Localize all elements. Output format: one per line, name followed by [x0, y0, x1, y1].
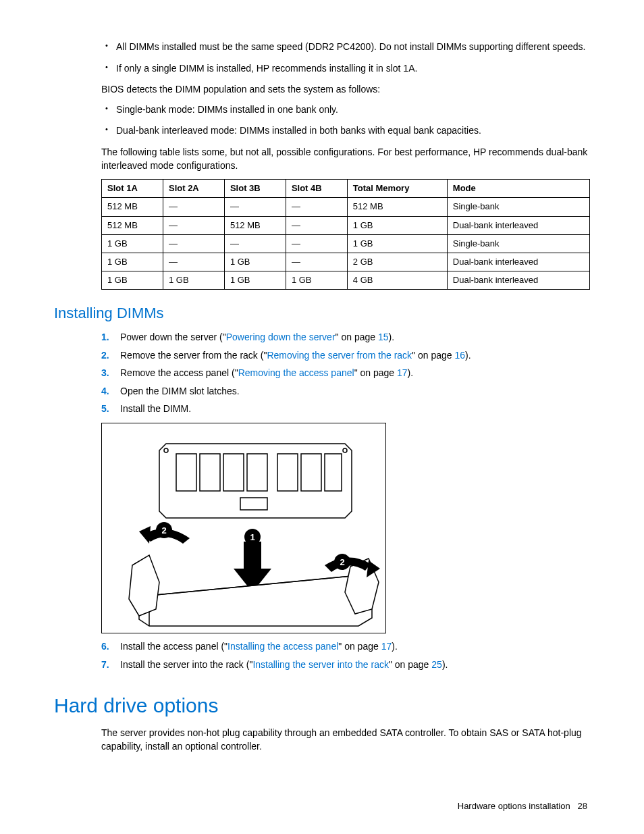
dimm-rules-list: All DIMMs installed must be the same spe… [101, 41, 590, 75]
table-cell: 1 GB [224, 271, 286, 290]
step-item: Power down the server ("Powering down th… [101, 331, 590, 344]
table-cell: Single-bank [447, 198, 589, 216]
svg-rect-6 [301, 454, 321, 491]
table-cell: 1 GB [286, 271, 347, 290]
step-item: Install the server into the rack ("Insta… [101, 658, 590, 672]
table-cell: 512 MB [102, 216, 163, 234]
step-item: Remove the server from the rack ("Removi… [101, 349, 590, 363]
table-row: 1 GB1 GB1 GB1 GB4 GBDual-bank interleave… [102, 271, 590, 290]
step-item: Install the DIMM. [101, 402, 590, 416]
list-item: Single-bank mode: DIMMs installed in one… [101, 103, 590, 117]
install-steps-list-cont: Install the access panel ("Installing th… [101, 640, 590, 671]
table-cell: 1 GB [163, 271, 224, 290]
list-item: If only a single DIMM is installed, HP r… [101, 62, 590, 76]
install-steps-list: Power down the server ("Powering down th… [101, 331, 590, 416]
table-cell: — [224, 234, 286, 253]
bios-paragraph: BIOS detects the DIMM population and set… [101, 83, 590, 97]
table-cell: 4 GB [347, 271, 447, 290]
table-cell: — [224, 198, 286, 216]
svg-rect-4 [247, 454, 267, 491]
table-row: 512 MB———512 MBSingle-bank [102, 198, 590, 216]
table-cell: 1 GB [102, 271, 163, 290]
list-item: Dual-bank interleaved mode: DIMMs instal… [101, 124, 590, 138]
list-item: All DIMMs installed must be the same spe… [101, 41, 590, 54]
cross-ref-link[interactable]: Removing the server from the rack [267, 350, 412, 361]
page-ref-link[interactable]: 25 [431, 659, 442, 670]
svg-point-10 [343, 448, 347, 452]
table-cell: — [163, 198, 224, 216]
table-header: Slot 3B [224, 180, 286, 198]
dimm-config-table: Slot 1ASlot 2ASlot 3BSlot 4BTotal Memory… [101, 179, 590, 290]
svg-rect-11 [244, 542, 261, 569]
install-steps-block: Power down the server ("Powering down th… [101, 331, 590, 671]
table-cell: — [286, 216, 347, 234]
table-cell: — [286, 198, 347, 216]
step-item: Open the DIMM slot latches. [101, 385, 590, 398]
table-cell: 1 GB [224, 253, 286, 271]
table-cell: Single-bank [447, 234, 589, 253]
page-footer: Hardware options installation 28 [54, 800, 590, 812]
table-cell: Dual-bank interleaved [447, 216, 589, 234]
table-row: 1 GB—1 GB—2 GBDual-bank interleaved [102, 253, 590, 271]
table-cell: 1 GB [102, 253, 163, 271]
page-ref-link[interactable]: 17 [381, 641, 392, 652]
table-cell: — [163, 234, 224, 253]
svg-point-9 [164, 448, 168, 452]
table-header: Slot 1A [102, 180, 163, 198]
hdd-block: The server provides non-hot plug capabil… [101, 727, 590, 753]
figure-label-1: 1 [250, 532, 254, 542]
page-ref-link[interactable]: 17 [397, 367, 408, 378]
intro-block: All DIMMs installed must be the same spe… [101, 41, 590, 290]
svg-rect-3 [223, 454, 244, 491]
table-cell: — [163, 253, 224, 271]
hard-drive-options-heading: Hard drive options [54, 692, 590, 720]
hdd-paragraph: The server provides non-hot plug capabil… [101, 727, 590, 753]
page-ref-link[interactable]: 15 [378, 332, 389, 342]
page-ref-link[interactable]: 16 [454, 350, 465, 361]
mode-list: Single-bank mode: DIMMs installed in one… [101, 103, 590, 138]
footer-section-label: Hardware options installation [458, 801, 570, 811]
svg-rect-2 [200, 454, 220, 491]
table-cell: — [286, 234, 347, 253]
cross-ref-link[interactable]: Removing the access panel [238, 367, 354, 378]
table-header: Slot 4B [286, 180, 347, 198]
table-header: Total Memory [347, 180, 447, 198]
table-cell: Dual-bank interleaved [447, 271, 589, 290]
step-item: Install the access panel ("Installing th… [101, 640, 590, 654]
table-cell: 512 MB [347, 198, 447, 216]
figure-label-2b: 2 [340, 557, 344, 567]
table-header: Mode [447, 180, 589, 198]
cross-ref-link[interactable]: Powering down the server [226, 332, 336, 342]
figure-label-2a: 2 [161, 525, 166, 536]
svg-rect-8 [240, 498, 267, 510]
table-header: Slot 2A [163, 180, 224, 198]
cross-ref-link[interactable]: Installing the server into the rack [252, 659, 389, 670]
table-cell: 1 GB [347, 234, 447, 253]
table-cell: — [286, 253, 347, 271]
table-row: 1 GB———1 GBSingle-bank [102, 234, 590, 253]
svg-marker-16 [129, 555, 159, 616]
svg-rect-5 [277, 454, 298, 491]
step-item: Remove the access panel ("Removing the a… [101, 367, 590, 380]
installing-dimms-heading: Installing DIMMs [54, 303, 590, 324]
dimm-install-figure: 1 2 2 [101, 423, 386, 633]
table-cell: Dual-bank interleaved [447, 253, 589, 271]
footer-page-number: 28 [578, 801, 587, 811]
svg-rect-1 [176, 454, 196, 491]
table-intro-paragraph: The following table lists some, but not … [101, 146, 590, 172]
cross-ref-link[interactable]: Installing the access panel [227, 641, 338, 652]
table-cell: 2 GB [347, 253, 447, 271]
table-cell: — [163, 216, 224, 234]
table-cell: 1 GB [102, 234, 163, 253]
table-cell: 512 MB [224, 216, 286, 234]
svg-marker-18 [139, 526, 151, 544]
table-row: 512 MB—512 MB—1 GBDual-bank interleaved [102, 216, 590, 234]
table-cell: 1 GB [347, 216, 447, 234]
svg-rect-7 [325, 454, 342, 491]
table-cell: 512 MB [102, 198, 163, 216]
